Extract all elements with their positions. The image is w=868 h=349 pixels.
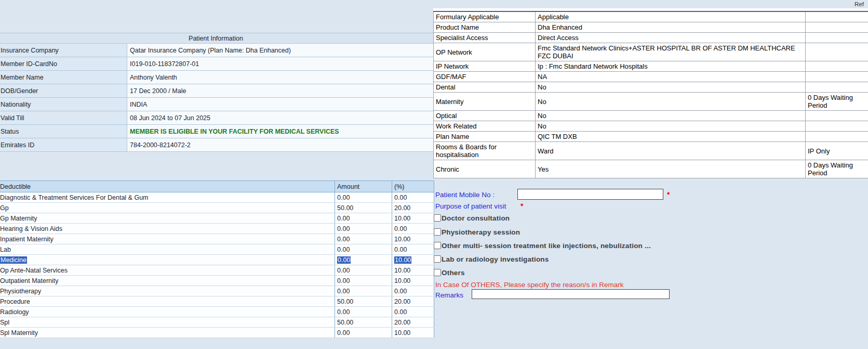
deductible-amount-cell[interactable]: 0.00 <box>335 234 392 244</box>
policy-value-cell: No <box>536 111 806 121</box>
policy-value-cell: Yes <box>536 160 806 178</box>
patient-info-value: 17 Dec 2000 / Male <box>127 84 434 98</box>
policy-row: Product Name Dha Enhanced <box>434 22 868 33</box>
deductible-row[interactable]: Gp 50.00 20.00 <box>0 203 434 213</box>
deductible-percent-cell[interactable]: 20.00 <box>392 296 434 307</box>
deductible-name-cell: Procedure <box>0 296 335 307</box>
patient-info-label: Member Name <box>0 71 127 84</box>
policy-value-cell: Applicable <box>536 11 806 22</box>
deductible-row[interactable]: Physiotherapy 0.00 0.00 <box>0 286 434 296</box>
deductible-name-cell: Radiology <box>0 307 335 317</box>
deductible-amount-cell[interactable]: 0.00 <box>335 213 392 224</box>
policy-label-cell: Maternity <box>434 93 536 111</box>
deductible-row[interactable]: Medicine 0.00 10.00 <box>0 255 434 265</box>
policy-label-cell: Work Related <box>434 121 536 132</box>
policy-extra-cell: 0 Days Waiting Period <box>806 160 868 178</box>
policy-label-cell: Optical <box>434 111 536 121</box>
checkbox-icon[interactable] <box>434 242 441 249</box>
purpose-option-row: Other multi- session treatment like inje… <box>434 241 651 249</box>
patient-info-value: 08 Jun 2024 to 07 Jun 2025 <box>127 111 434 125</box>
policy-label-cell: GDF/MAF <box>434 72 536 82</box>
deductible-percent-cell[interactable]: 0.00 <box>392 244 434 255</box>
patient-info-label: Insurance Company <box>0 44 127 57</box>
deductible-name-cell: Diagnostic & Treatment Services For Dent… <box>0 192 335 203</box>
patient-info-row: Valid Till 08 Jun 2024 to 07 Jun 2025 <box>0 111 434 125</box>
deductible-percent-cell[interactable]: 0.00 <box>392 286 434 296</box>
policy-extra-cell <box>806 72 868 82</box>
deductible-percent-cell[interactable]: 10.00 <box>392 213 434 224</box>
deductible-percent-cell[interactable]: 0.00 <box>392 307 434 317</box>
deductible-amount-cell[interactable]: 0.00 <box>335 286 392 296</box>
policy-row: Work Related No <box>434 121 868 132</box>
required-asterisk-icon: * <box>520 202 523 210</box>
deductible-row[interactable]: Diagnostic & Treatment Services For Dent… <box>0 192 434 203</box>
deductible-percent-cell[interactable]: 10.00 <box>392 265 434 276</box>
patient-info-value: MEMBER IS ELIGIBLE IN YOUR FACILITY FOR … <box>127 125 434 138</box>
deductible-row[interactable]: Spl 50.00 20.00 <box>0 317 434 328</box>
policy-label-cell: Product Name <box>434 22 536 33</box>
deductible-row[interactable]: Lab 0.00 0.00 <box>0 244 434 255</box>
deductible-percent-cell[interactable]: 10.00 <box>392 234 434 244</box>
policy-extra-cell <box>806 22 868 33</box>
policy-extra-cell <box>806 33 868 43</box>
patient-info-label: DOB/Gender <box>0 84 127 98</box>
deductible-percent-cell[interactable]: 20.00 <box>392 203 434 213</box>
deductible-row[interactable]: Hearing & Vision Aids 0.00 0.00 <box>0 224 434 234</box>
patient-info-title: Patient Information <box>0 33 434 44</box>
deductible-name-cell: Lab <box>0 244 335 255</box>
policy-value-cell: Fmc Standard Network Clinics+ASTER HOSPI… <box>536 43 806 61</box>
deductible-percent-cell[interactable]: 10.00 <box>392 328 434 338</box>
deductible-amount-cell[interactable]: 0.00 <box>335 192 392 203</box>
patient-info-label: Nationality <box>0 98 127 111</box>
deductible-row[interactable]: Radiology 0.00 0.00 <box>0 307 434 317</box>
deductible-amount-cell[interactable]: 0.00 <box>335 328 392 338</box>
deductible-percent-cell[interactable]: 0.00 <box>392 224 434 234</box>
deductible-percent-cell[interactable]: 10.00 <box>392 255 434 265</box>
deductible-row[interactable]: Procedure 50.00 20.00 <box>0 296 434 307</box>
checkbox-icon[interactable] <box>434 269 441 276</box>
deductible-amount-cell[interactable]: 0.00 <box>335 276 392 286</box>
deductible-amount-cell[interactable]: 0.00 <box>335 244 392 255</box>
policy-row: GDF/MAF NA <box>434 72 868 82</box>
required-asterisk-icon: * <box>667 190 670 199</box>
patient-info-row: Nationality INDIA <box>0 98 434 111</box>
deductible-amount-cell[interactable]: 0.00 <box>335 307 392 317</box>
policy-row: OP Network Fmc Standard Network Clinics+… <box>434 43 868 61</box>
deductible-name-cell: Gp Maternity <box>0 213 335 224</box>
policy-row: Rooms & Boards for hospitalisation Ward … <box>434 142 868 160</box>
remarks-input[interactable] <box>472 289 670 299</box>
policy-row: Plan Name QIC TM DXB <box>434 132 868 142</box>
deductible-amount-cell[interactable]: 0.00 <box>335 255 392 265</box>
deductible-percent-cell[interactable]: 0.00 <box>392 192 434 203</box>
purpose-of-visit-label: Purpose of patient visit <box>435 202 506 210</box>
deductible-row[interactable]: Outpatient Maternity 0.00 10.00 <box>0 276 434 286</box>
checkbox-icon[interactable] <box>434 214 441 222</box>
policy-value-cell: Ip : Fmc Standard Network Hospitals <box>536 61 806 72</box>
deductible-amount-cell[interactable]: 50.00 <box>335 203 392 213</box>
patient-info-value: 784-2000-8214072-2 <box>127 138 434 152</box>
patient-info-row: Member Name Anthony Valenth <box>0 71 434 84</box>
refresh-link[interactable]: Ref <box>854 1 864 7</box>
patient-mobile-input[interactable] <box>517 189 663 200</box>
policy-row: Formulary Applicable Applicable <box>434 11 868 22</box>
deductible-amount-cell[interactable]: 50.00 <box>335 296 392 307</box>
deductible-row[interactable]: Inpatient Maternity 0.00 10.00 <box>0 234 434 244</box>
deductible-header-name: Deductible <box>0 181 335 192</box>
policy-extra-cell: IP Only <box>806 142 868 160</box>
policy-value-cell: Direct Access <box>536 33 806 43</box>
patient-info-value: Qatar Insurance Company (Plan Name: Dha … <box>127 44 434 57</box>
deductible-amount-cell[interactable]: 0.00 <box>335 265 392 276</box>
deductible-row[interactable]: Gp Maternity 0.00 10.00 <box>0 213 434 224</box>
deductible-row[interactable]: Op Ante-Natal Services 0.00 10.00 <box>0 265 434 276</box>
deductible-amount-cell[interactable]: 0.00 <box>335 224 392 234</box>
checkbox-icon[interactable] <box>434 255 441 263</box>
deductible-percent-cell[interactable]: 20.00 <box>392 317 434 328</box>
deductible-percent-cell[interactable]: 10.00 <box>392 276 434 286</box>
patient-info-row: Member ID-CardNo I019-010-118372807-01 <box>0 57 434 71</box>
policy-extra-cell <box>806 121 868 132</box>
checkbox-icon[interactable] <box>434 228 441 236</box>
deductible-amount-cell[interactable]: 50.00 <box>335 317 392 328</box>
policy-row: Maternity No 0 Days Waiting Period <box>434 93 868 111</box>
deductible-row[interactable]: Spl Maternity 0.00 10.00 <box>0 328 434 338</box>
policy-label-cell: Rooms & Boards for hospitalisation <box>434 142 536 160</box>
